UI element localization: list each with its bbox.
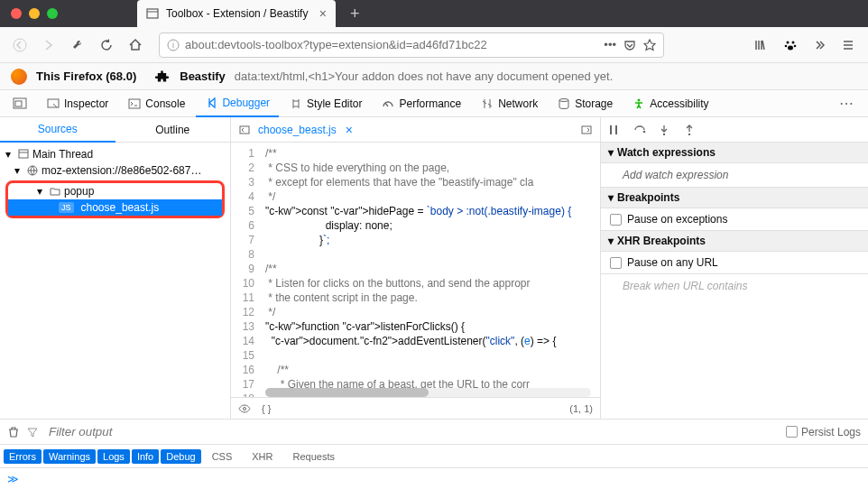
- nav-toolbar: i about:devtools-toolbox?type=extension&…: [0, 27, 868, 63]
- devtools-tab-bar: Inspector Console Debugger Style Editor …: [0, 90, 868, 117]
- tree-main-thread[interactable]: ▾Main Thread: [0, 146, 230, 162]
- watch-expressions-header[interactable]: ▾Watch expressions: [601, 143, 868, 163]
- tab-console[interactable]: Console: [119, 90, 194, 117]
- page-actions-icon[interactable]: •••: [604, 38, 616, 51]
- sources-tab[interactable]: Sources: [0, 117, 115, 143]
- window-titlebar: Toolbox - Extension / Beastify × +: [0, 0, 868, 27]
- checkbox-icon[interactable]: [610, 257, 622, 269]
- tab-accessibility[interactable]: Accessibility: [623, 90, 717, 117]
- svg-point-21: [244, 407, 246, 410]
- tree-origin[interactable]: ▾moz-extension://8e86e502-687…: [0, 162, 230, 179]
- filter-output-input[interactable]: [45, 423, 779, 441]
- overflow-icon[interactable]: [807, 32, 832, 58]
- filter-warnings-button[interactable]: Warnings: [43, 449, 96, 464]
- forward-button[interactable]: [36, 32, 61, 58]
- tab-style-editor[interactable]: Style Editor: [281, 90, 371, 117]
- home-button[interactable]: [123, 32, 148, 58]
- add-watch-expression-input[interactable]: Add watch expression: [601, 163, 868, 188]
- iframe-picker-button[interactable]: [4, 90, 36, 117]
- editor-tab-close-icon[interactable]: ×: [346, 123, 353, 137]
- tab-debugger[interactable]: Debugger: [196, 90, 279, 117]
- svg-point-24: [688, 133, 690, 134]
- menu-icon[interactable]: [836, 32, 861, 58]
- url-bar[interactable]: i about:devtools-toolbox?type=extension&…: [159, 32, 664, 58]
- editor-panel: choose_beast.js × 1234567891011121314151…: [231, 117, 601, 419]
- library-icon[interactable]: [749, 32, 774, 58]
- persist-logs-checkbox[interactable]: Persist Logs: [786, 426, 861, 438]
- breakpoints-header[interactable]: ▾Breakpoints: [601, 188, 868, 208]
- clear-console-icon[interactable]: [7, 426, 20, 438]
- tab-inspector[interactable]: Inspector: [38, 90, 117, 117]
- tab-storage[interactable]: Storage: [549, 90, 622, 117]
- devtools-wrench-icon[interactable]: [65, 32, 90, 58]
- tab-overflow-button[interactable]: ⋯: [830, 95, 864, 112]
- back-button[interactable]: [7, 32, 32, 58]
- tree-file-choose-beast[interactable]: JSchoose_beast.js: [8, 199, 222, 216]
- filter-css-toggle[interactable]: CSS: [203, 449, 242, 464]
- identity-bar: This Firefox (68.0) Beastify data:text/h…: [0, 63, 868, 90]
- svg-point-14: [559, 98, 568, 101]
- pause-on-any-url-checkbox[interactable]: Pause on any URL: [601, 252, 868, 274]
- filter-icon[interactable]: [27, 427, 38, 438]
- pretty-print-label[interactable]: { }: [262, 403, 271, 414]
- pause-on-exceptions-checkbox[interactable]: Pause on exceptions: [601, 208, 868, 231]
- debugger-controls: [601, 117, 868, 143]
- browser-tab[interactable]: Toolbox - Extension / Beastify ×: [137, 0, 336, 27]
- filter-debug-button[interactable]: Debug: [161, 449, 200, 464]
- checkbox-icon[interactable]: [610, 214, 622, 226]
- svg-point-7: [785, 44, 788, 47]
- paw-icon[interactable]: [778, 32, 803, 58]
- editor-filename[interactable]: choose_beast.js: [258, 124, 337, 136]
- line-gutter: 123456789101112131415161718: [231, 143, 260, 397]
- info-icon[interactable]: i: [167, 39, 180, 51]
- tree-folder-popup[interactable]: ▾popup: [8, 183, 222, 199]
- firefox-icon: [11, 69, 27, 85]
- checkbox-icon[interactable]: [786, 426, 798, 438]
- outline-tab[interactable]: Outline: [115, 117, 231, 142]
- reload-button[interactable]: [94, 32, 119, 58]
- extension-name: Beastify: [180, 69, 226, 83]
- svg-point-9: [788, 45, 793, 50]
- xhr-url-input[interactable]: Break when URL contains: [601, 274, 868, 298]
- filter-info-button[interactable]: Info: [132, 449, 159, 464]
- step-over-button[interactable]: [633, 125, 648, 135]
- pocket-icon[interactable]: [623, 39, 636, 51]
- editor-back-icon[interactable]: [238, 124, 251, 136]
- tab-close-button[interactable]: ×: [319, 6, 327, 21]
- console-prompt-icon: ≫: [7, 473, 19, 485]
- bookmark-star-icon[interactable]: [643, 39, 656, 51]
- close-window-button[interactable]: [11, 8, 22, 19]
- svg-rect-12: [48, 99, 59, 107]
- svg-point-5: [787, 41, 790, 43]
- filter-xhr-toggle[interactable]: XHR: [243, 449, 282, 464]
- folder-icon: [50, 186, 60, 197]
- console-input[interactable]: ≫: [0, 467, 868, 489]
- tab-icon: [146, 7, 159, 20]
- puzzle-icon: [154, 69, 171, 85]
- svg-point-2: [14, 39, 26, 51]
- svg-point-8: [794, 44, 797, 47]
- step-out-button[interactable]: [684, 125, 698, 135]
- window-icon: [18, 149, 29, 160]
- traffic-lights[interactable]: [11, 8, 58, 19]
- svg-text:i: i: [172, 41, 174, 50]
- code-content[interactable]: /** * CSS to hide everything on the page…: [260, 143, 600, 397]
- new-tab-button[interactable]: +: [350, 5, 360, 23]
- code-editor[interactable]: 123456789101112131415161718 /** * CSS to…: [231, 143, 600, 397]
- highlighted-tree-region: ▾popup JSchoose_beast.js: [5, 180, 225, 218]
- minimize-window-button[interactable]: [29, 8, 40, 19]
- filter-requests-toggle[interactable]: Requests: [284, 449, 344, 464]
- eye-icon[interactable]: [238, 402, 251, 415]
- js-badge: JS: [59, 202, 74, 213]
- xhr-breakpoints-header[interactable]: ▾XHR Breakpoints: [601, 231, 868, 252]
- tab-network[interactable]: Network: [472, 90, 547, 117]
- editor-forward-icon[interactable]: [580, 124, 593, 136]
- pause-resume-button[interactable]: [608, 125, 623, 135]
- filter-logs-button[interactable]: Logs: [97, 449, 130, 464]
- filter-errors-button[interactable]: Errors: [4, 449, 42, 464]
- svg-rect-11: [15, 101, 22, 106]
- step-in-button[interactable]: [659, 125, 673, 135]
- maximize-window-button[interactable]: [47, 8, 58, 19]
- tab-performance[interactable]: Performance: [373, 90, 470, 117]
- debugger-main: Sources Outline ▾Main Thread ▾moz-extens…: [0, 117, 868, 419]
